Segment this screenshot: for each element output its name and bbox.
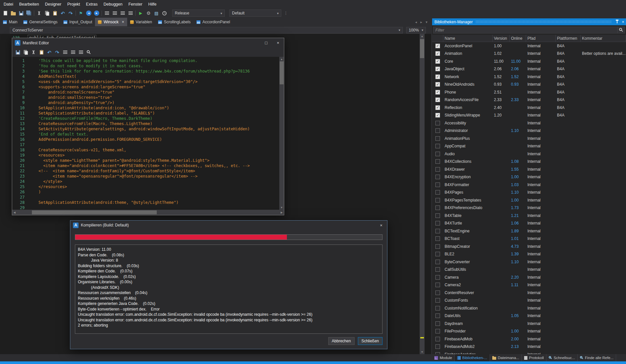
manifest-code-line[interactable]: 18CreateResource(values-v21, theme.xml, [12, 147, 279, 153]
tab-scrollinglabels[interactable]: ScrollingLabels [155, 18, 194, 26]
undo-icon[interactable]: ↶ [46, 49, 53, 56]
library-checkbox[interactable] [435, 190, 440, 195]
library-checkbox[interactable] [435, 337, 440, 341]
manifest-horizontal-scrollbar[interactable]: ◀ ▶ [12, 210, 284, 215]
undo-icon[interactable]: ↶ [59, 9, 67, 17]
tab-list-dropdown-icon[interactable]: ▾ [424, 20, 429, 24]
library-row[interactable]: ✓Reflection2.40InternalB4A [432, 104, 626, 112]
tab-accordionpanel[interactable]: AccordionPanel [194, 18, 233, 26]
column-header-plattformen[interactable]: Plattformen [556, 35, 581, 42]
column-header-online[interactable]: Online [510, 35, 526, 42]
manifest-code-line[interactable]: 12'CreateResourceFromFile(Macro, Themes.… [12, 116, 279, 121]
manifest-code-line[interactable]: 29 [12, 205, 279, 210]
new-project-icon[interactable] [1, 9, 9, 17]
scrollbar-up-icon[interactable]: ▲ [279, 57, 284, 61]
library-row[interactable]: ✓JavaObject2.062.06InternalB4A [432, 65, 626, 73]
manifest-code-line[interactable]: 28SetApplicationAttribute(android:theme,… [12, 200, 279, 205]
manifest-code-line[interactable]: 5<uses-sdk android:minSdkVersion="5" and… [12, 79, 279, 84]
library-checkbox[interactable] [435, 229, 440, 233]
library-row[interactable]: ✓Animation1.02InternalB4ABetter options … [432, 50, 626, 58]
editor-vertical-scrollbar[interactable]: ▲ ▼ [420, 34, 425, 354]
menu-item-hilfe[interactable]: Hilfe [145, 0, 159, 9]
library-checkbox[interactable]: ✓ [435, 97, 440, 102]
redo-icon[interactable]: ↷ [54, 49, 61, 56]
library-checkbox[interactable]: ✓ [435, 105, 440, 110]
scroll-tabs-right-icon[interactable]: ▸ [419, 20, 424, 24]
scroll-tabs-left-icon[interactable]: ◂ [413, 20, 419, 24]
library-row[interactable]: BCTextEngine1.89Internal [432, 227, 626, 235]
library-checkbox[interactable] [435, 221, 440, 225]
uncomment-selection-icon[interactable] [111, 9, 119, 17]
toolbar-overflow-icon[interactable]: ⋮ [284, 11, 288, 15]
sub-selector-combo[interactable]: ConnectToServer ▾ [10, 27, 403, 33]
library-checkbox[interactable] [435, 136, 440, 141]
library-row[interactable]: ContentResolverInternal [432, 289, 626, 297]
manifest-code-line[interactable]: 19<resources> [12, 153, 279, 158]
close-button[interactable]: Schließen [358, 337, 383, 345]
library-checkbox[interactable] [435, 329, 440, 333]
manifest-code-line[interactable]: 6<supports-screens android:largeScreens=… [12, 84, 279, 90]
manifest-code-line[interactable]: 27 [12, 195, 279, 200]
library-row[interactable]: B4XEncryption1.00Internal [432, 173, 626, 181]
library-checkbox[interactable] [435, 182, 440, 187]
library-row[interactable]: AccessibilityInternal [432, 119, 626, 127]
menu-item-datei[interactable]: Datei [1, 0, 16, 9]
library-row[interactable]: B4XTable1.21Internal [432, 212, 626, 220]
manifest-code-line[interactable]: 16AddPermission(android.permission.FOREG… [12, 137, 279, 142]
library-row[interactable]: ✓Network1.521.52InternalB4A [432, 73, 626, 81]
manifest-code-line[interactable]: 25</resources> [12, 184, 279, 189]
cancel-button[interactable]: Abbrechen [328, 337, 355, 345]
library-checkbox[interactable] [435, 175, 440, 179]
library-row[interactable]: FirebaseAnalyticsInternal [432, 351, 626, 354]
close-dialog-icon[interactable]: × [375, 221, 387, 230]
build-profile-select[interactable]: Default ▾ [229, 10, 281, 17]
library-checkbox[interactable] [435, 205, 440, 210]
library-checkbox[interactable] [435, 213, 440, 218]
manifest-code-line[interactable]: 8 android:smallScreens="true" [12, 95, 279, 100]
library-row[interactable]: ✓NineOldAndroids0.930.93InternalB4A [432, 81, 626, 89]
scrollbar-up-icon[interactable]: ▲ [420, 34, 425, 38]
library-row[interactable]: FileProvider1.00Internal [432, 328, 626, 335]
paste-icon[interactable] [38, 49, 45, 56]
library-checkbox[interactable] [435, 252, 440, 256]
library-checkbox[interactable]: ✓ [435, 113, 440, 118]
indent-icon[interactable] [69, 49, 77, 56]
library-row[interactable]: ✓SlidingMenuWrappe1.20InternalB4A [432, 112, 626, 119]
panel-tab-module[interactable]: Module [432, 354, 455, 361]
bookmark-icon[interactable]: ⚑ [77, 9, 85, 17]
outdent-icon[interactable] [127, 9, 134, 17]
library-checkbox[interactable] [435, 260, 440, 264]
menu-item-debuggen[interactable]: Debuggen [101, 0, 126, 9]
panel-tab-bibliotheken[interactable]: Bibliotheken-... [455, 354, 490, 361]
library-row[interactable]: DaydreamInternal [432, 320, 626, 328]
library-row[interactable]: AnimationPlusInternal [432, 135, 626, 142]
manifest-code-line[interactable]: 1'This code will be applied to the manif… [12, 58, 279, 63]
column-header-name[interactable]: Name [443, 35, 493, 42]
filter-search-button[interactable] [618, 27, 625, 33]
compile-dialog-titlebar[interactable]: A Kompilieren (Build: Default) × [70, 221, 387, 230]
library-checkbox[interactable] [435, 321, 440, 326]
library-checkbox[interactable] [435, 283, 440, 287]
library-row[interactable]: FirebaseAdMob22.13Internal [432, 343, 626, 351]
manifest-vertical-scrollbar[interactable]: ▲ ▼ [279, 57, 284, 210]
library-row[interactable]: B4XPagesTemplates1.00Internal [432, 196, 626, 204]
scrollbar-right-icon[interactable]: ▶ [279, 210, 284, 215]
panel-tab-schnellsuc[interactable]: Schnellsuc... [546, 354, 578, 361]
find-icon[interactable] [85, 49, 92, 56]
library-row[interactable]: B4XTurtle1.06Internal [432, 220, 626, 227]
library-checkbox[interactable]: ✓ [435, 67, 440, 71]
library-checkbox[interactable]: ✓ [435, 82, 440, 87]
library-row[interactable]: CallSubUtilsInternal [432, 266, 626, 274]
navigate-forward-icon[interactable]: ▸ [93, 9, 101, 17]
copy-icon[interactable] [22, 49, 29, 56]
manifest-code-line[interactable]: 7 android:normalScreens="true" [12, 90, 279, 95]
library-row[interactable]: BCToast1.01Internal [432, 235, 626, 243]
menu-item-projekt[interactable]: Projekt [64, 0, 83, 9]
library-row[interactable]: B4XFormatter1.03Internal [432, 181, 626, 189]
library-row[interactable]: AudioInternal [432, 150, 626, 158]
library-row[interactable]: B4XCollections1.08Internal [432, 158, 626, 166]
open-project-icon[interactable] [9, 9, 17, 17]
library-row[interactable]: CustomFontsInternal [432, 297, 626, 305]
editor-zoom-select[interactable]: 100% ▾ [406, 27, 426, 33]
tab-generalsettings[interactable]: GeneralSettings [20, 18, 60, 26]
